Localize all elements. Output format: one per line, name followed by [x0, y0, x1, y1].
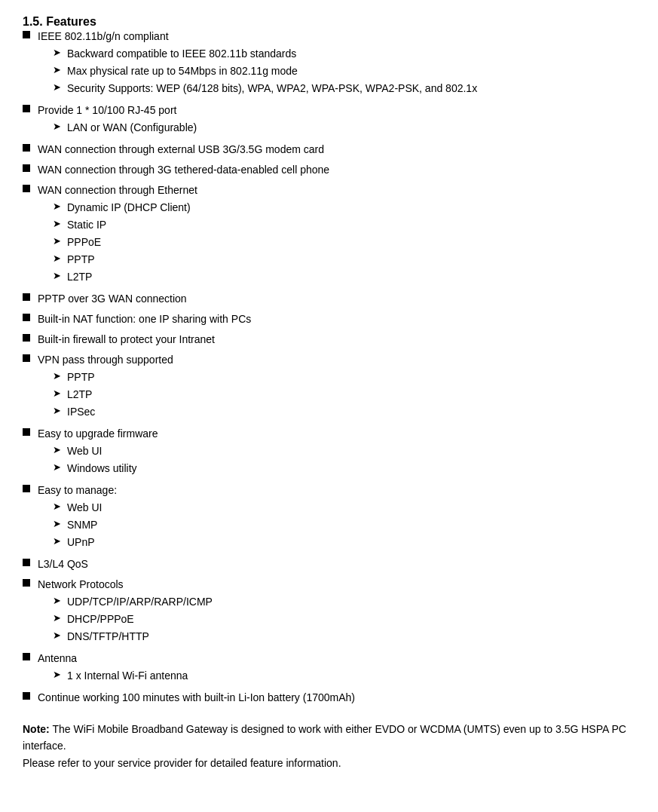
arrow-icon: ➤	[53, 201, 61, 212]
item-text: Built-in NAT function: one IP sharing wi…	[38, 313, 251, 325]
sub-item-text: DNS/TFTP/HTTP	[67, 629, 149, 645]
sub-list-item: ➤Web UI	[38, 500, 635, 516]
item-content: Built-in firewall to protect your Intran…	[38, 332, 635, 348]
bullet-icon	[23, 314, 30, 321]
item-content: Easy to manage:➤Web UI➤SNMP➤UPnP	[38, 483, 635, 552]
item-content: L3/L4 QoS	[38, 556, 635, 572]
sub-list-item: ➤DHCP/PPPoE	[38, 611, 635, 627]
sub-item-text: Windows utility	[67, 461, 137, 476]
arrow-icon: ➤	[53, 444, 61, 455]
sub-list-item: ➤UPnP	[38, 535, 635, 550]
sub-list-item: ➤DNS/TFTP/HTTP	[38, 629, 635, 645]
sub-list-item: ➤L2TP	[38, 269, 635, 285]
arrow-icon: ➤	[53, 405, 61, 416]
list-item: Built-in NAT function: one IP sharing wi…	[23, 311, 635, 327]
sub-item-text: L2TP	[67, 269, 92, 285]
note-text: The WiFi Mobile Broadband Gateway is des…	[23, 723, 626, 752]
bullet-icon	[23, 105, 30, 112]
bullet-icon	[23, 185, 30, 192]
note-paragraph-1: Note: The WiFi Mobile Broadband Gateway …	[23, 721, 635, 755]
list-item: WAN connection through 3G tethered-data-…	[23, 162, 635, 178]
item-content: Antenna➤1 x Internal Wi-Fi antenna	[38, 651, 635, 685]
sub-list-item: ➤PPTP	[38, 369, 635, 385]
sub-list-item: ➤Web UI	[38, 443, 635, 459]
item-content: WAN connection through 3G tethered-data-…	[38, 162, 635, 178]
item-content: VPN pass through supported➤PPTP➤L2TP➤IPS…	[38, 352, 635, 421]
item-text: Continue working 100 minutes with built-…	[38, 691, 355, 703]
item-content: Continue working 100 minutes with built-…	[38, 690, 635, 706]
arrow-icon: ➤	[53, 270, 61, 281]
sub-list: ➤Backward compatible to IEEE 802.11b sta…	[38, 46, 635, 97]
item-text: Easy to upgrade firmware	[38, 427, 158, 440]
list-item: Easy to upgrade firmware➤Web UI➤Windows …	[23, 426, 635, 478]
item-text: WAN connection through Ethernet	[38, 184, 197, 196]
sub-item-text: Backward compatible to IEEE 802.11b stan…	[67, 46, 296, 62]
list-item: IEEE 802.11b/g/n compliant➤Backward comp…	[23, 29, 635, 98]
list-item: Antenna➤1 x Internal Wi-Fi antenna	[23, 651, 635, 685]
arrow-icon: ➤	[53, 64, 61, 75]
item-text: Network Protocols	[38, 578, 124, 590]
sub-list-item: ➤UDP/TCP/IP/ARP/RARP/ICMP	[38, 594, 635, 610]
sub-item-text: Max physical rate up to 54Mbps in 802.11…	[67, 63, 298, 79]
sub-list: ➤PPTP➤L2TP➤IPSec	[38, 369, 635, 420]
bullet-icon	[23, 653, 30, 660]
arrow-icon: ➤	[53, 235, 61, 247]
arrow-icon: ➤	[53, 121, 61, 132]
sub-item-text: PPTP	[67, 369, 95, 385]
item-content: IEEE 802.11b/g/n compliant➤Backward comp…	[38, 29, 635, 98]
arrow-icon: ➤	[53, 501, 61, 512]
sub-item-text: Static IP	[67, 217, 106, 233]
sub-list-item: ➤Max physical rate up to 54Mbps in 802.1…	[38, 63, 635, 79]
sub-item-text: Security Supports: WEP (64/128 bits), WP…	[67, 81, 477, 97]
bullet-icon	[23, 485, 30, 492]
sub-list-item: ➤SNMP	[38, 517, 635, 533]
list-item: WAN connection through Ethernet➤Dynamic …	[23, 182, 635, 286]
sub-item-text: DHCP/PPPoE	[67, 611, 134, 627]
sub-list: ➤Web UI➤SNMP➤UPnP	[38, 500, 635, 550]
sub-item-text: L2TP	[67, 387, 92, 403]
item-content: WAN connection through Ethernet➤Dynamic …	[38, 182, 635, 286]
sub-list: ➤1 x Internal Wi-Fi antenna	[38, 668, 635, 684]
sub-item-text: LAN or WAN (Configurable)	[67, 120, 197, 136]
item-text: Provide 1 * 10/100 RJ-45 port	[38, 104, 176, 116]
bullet-icon	[23, 559, 30, 566]
arrow-icon: ➤	[53, 612, 61, 624]
item-text: L3/L4 QoS	[38, 558, 88, 570]
arrow-icon: ➤	[53, 218, 61, 229]
list-item: PPTP over 3G WAN connection	[23, 291, 635, 307]
sub-list-item: ➤Security Supports: WEP (64/128 bits), W…	[38, 81, 635, 97]
sub-list-item: ➤PPTP	[38, 252, 635, 268]
arrow-icon: ➤	[53, 81, 61, 93]
list-item: Provide 1 * 10/100 RJ-45 port➤LAN or WAN…	[23, 103, 635, 137]
note-label: Note:	[23, 723, 50, 735]
sub-list-item: ➤L2TP	[38, 387, 635, 403]
sub-list-item: ➤Static IP	[38, 217, 635, 233]
item-text: WAN connection through external USB 3G/3…	[38, 143, 324, 155]
item-content: Built-in NAT function: one IP sharing wi…	[38, 311, 635, 327]
sub-list-item: ➤1 x Internal Wi-Fi antenna	[38, 668, 635, 684]
section-header: 1.5. Features	[23, 15, 635, 29]
list-item: Easy to manage:➤Web UI➤SNMP➤UPnP	[23, 483, 635, 552]
bullet-icon	[23, 144, 30, 152]
note-paragraph-2: Please refer to your service provider fo…	[23, 755, 635, 771]
bullet-icon	[23, 354, 30, 362]
bullet-icon	[23, 31, 30, 38]
sub-list: ➤Web UI➤Windows utility	[38, 443, 635, 476]
item-content: Network Protocols➤UDP/TCP/IP/ARP/RARP/IC…	[38, 577, 635, 646]
arrow-icon: ➤	[53, 253, 61, 264]
item-content: Provide 1 * 10/100 RJ-45 port➤LAN or WAN…	[38, 103, 635, 137]
bullet-icon	[23, 428, 30, 436]
item-text: Built-in firewall to protect your Intran…	[38, 333, 215, 345]
sub-list: ➤LAN or WAN (Configurable)	[38, 120, 635, 136]
sub-list-item: ➤LAN or WAN (Configurable)	[38, 120, 635, 136]
arrow-icon: ➤	[53, 370, 61, 381]
sub-list-item: ➤IPSec	[38, 404, 635, 420]
sub-item-text: Dynamic IP (DHCP Client)	[67, 200, 191, 216]
sub-item-text: UDP/TCP/IP/ARP/RARP/ICMP	[67, 594, 213, 610]
sub-item-text: UPnP	[67, 535, 95, 550]
item-content: PPTP over 3G WAN connection	[38, 291, 635, 307]
sub-list: ➤Dynamic IP (DHCP Client)➤Static IP➤PPPo…	[38, 200, 635, 285]
list-item: Network Protocols➤UDP/TCP/IP/ARP/RARP/IC…	[23, 577, 635, 646]
arrow-icon: ➤	[53, 630, 61, 641]
arrow-icon: ➤	[53, 388, 61, 399]
